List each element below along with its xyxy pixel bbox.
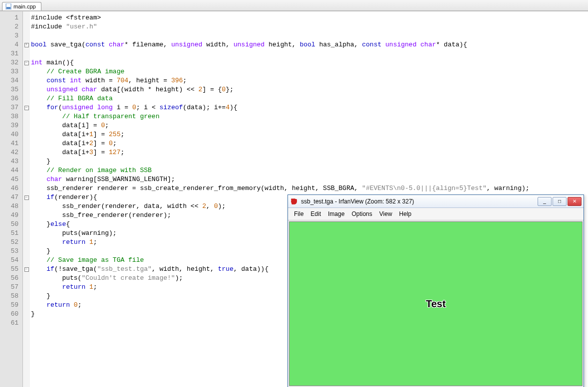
menu-edit[interactable]: Edit bbox=[307, 209, 324, 218]
line-number: 50 bbox=[0, 220, 18, 229]
line-number: 57 bbox=[0, 283, 18, 292]
line-number: 35 bbox=[0, 85, 18, 94]
line-number: 4 bbox=[0, 40, 18, 49]
irfanview-window: ssb_test.tga - IrfanView (Zoom: 582 x 32… bbox=[288, 194, 584, 387]
line-number: 61 bbox=[0, 319, 18, 328]
line-number: 39 bbox=[0, 121, 18, 130]
code-line[interactable]: int main(){ bbox=[31, 58, 588, 67]
line-number: 47 bbox=[0, 193, 18, 202]
code-line[interactable]: // Render on image with SSB bbox=[31, 166, 588, 175]
code-line[interactable]: data[i+1] = 255; bbox=[31, 130, 588, 139]
svg-point-3 bbox=[291, 198, 293, 200]
window-title: ssb_test.tga - IrfanView (Zoom: 582 x 32… bbox=[301, 198, 538, 205]
fold-collapse-icon[interactable]: − bbox=[24, 61, 29, 65]
line-number: 54 bbox=[0, 256, 18, 265]
code-line[interactable]: #include <fstream> bbox=[31, 13, 588, 22]
code-line[interactable]: } bbox=[31, 157, 588, 166]
menu-options[interactable]: Options bbox=[348, 209, 375, 218]
code-line[interactable]: const int width = 704, height = 396; bbox=[31, 76, 588, 85]
window-buttons: _ □ ✕ bbox=[538, 197, 582, 206]
code-line[interactable]: // Fill BGRA data bbox=[31, 94, 588, 103]
code-line[interactable]: data[i] = 0; bbox=[31, 121, 588, 130]
code-line[interactable]: data[i+2] = 0; bbox=[31, 139, 588, 148]
code-line[interactable]: unsigned char data[(width * height) << 2… bbox=[31, 85, 588, 94]
fold-collapse-icon[interactable]: − bbox=[24, 106, 29, 110]
code-line[interactable] bbox=[31, 31, 588, 40]
line-number: 1 bbox=[0, 13, 18, 22]
line-number: 53 bbox=[0, 247, 18, 256]
line-number: 36 bbox=[0, 94, 18, 103]
code-line[interactable]: // Create BGRA image bbox=[31, 67, 588, 76]
line-number: 55 bbox=[0, 265, 18, 274]
menu-image[interactable]: Image bbox=[325, 209, 347, 218]
line-number: 32 bbox=[0, 58, 18, 67]
line-number-gutter: 1234313233343536373839404142434445464748… bbox=[0, 11, 23, 387]
file-tab[interactable]: main.cpp bbox=[2, 2, 41, 10]
menu-bar: File Edit Image Options View Help bbox=[288, 208, 584, 220]
line-number: 59 bbox=[0, 301, 18, 310]
menu-help[interactable]: Help bbox=[396, 209, 415, 218]
line-number: 48 bbox=[0, 202, 18, 211]
code-line[interactable] bbox=[31, 49, 588, 58]
line-number: 49 bbox=[0, 211, 18, 220]
line-number: 46 bbox=[0, 184, 18, 193]
menu-view[interactable]: View bbox=[376, 209, 395, 218]
fold-column: +−−−− bbox=[23, 11, 30, 387]
code-line[interactable]: bool save_tga(const char* filename, unsi… bbox=[31, 40, 588, 49]
file-tab-label: main.cpp bbox=[13, 3, 36, 9]
code-line[interactable]: // Half transparent green bbox=[31, 112, 588, 121]
line-number: 45 bbox=[0, 175, 18, 184]
line-number: 41 bbox=[0, 139, 18, 148]
close-button[interactable]: ✕ bbox=[568, 197, 582, 206]
code-line[interactable]: for(unsigned long i = 0; i < sizeof(data… bbox=[31, 103, 588, 112]
svg-point-4 bbox=[295, 199, 297, 201]
line-number: 42 bbox=[0, 148, 18, 157]
tab-bar: main.cpp bbox=[0, 0, 588, 11]
fold-collapse-icon[interactable]: − bbox=[24, 195, 29, 200]
line-number: 2 bbox=[0, 22, 18, 31]
menu-file[interactable]: File bbox=[291, 209, 306, 218]
fold-expand-icon[interactable]: + bbox=[24, 43, 29, 47]
line-number: 33 bbox=[0, 67, 18, 76]
line-number: 37 bbox=[0, 103, 18, 112]
line-number: 38 bbox=[0, 112, 18, 121]
image-viewport[interactable]: Test bbox=[289, 221, 583, 386]
minimize-button[interactable]: _ bbox=[538, 197, 552, 206]
svg-point-5 bbox=[292, 202, 294, 204]
line-number: 31 bbox=[0, 49, 18, 58]
code-line[interactable]: char warning[SSB_WARNING_LENGTH]; bbox=[31, 175, 588, 184]
irfanview-icon bbox=[290, 197, 298, 205]
line-number: 40 bbox=[0, 130, 18, 139]
line-number: 56 bbox=[0, 274, 18, 283]
line-number: 3 bbox=[0, 31, 18, 40]
line-number: 44 bbox=[0, 166, 18, 175]
rendered-text: Test bbox=[426, 298, 446, 310]
code-line[interactable]: #include "user.h" bbox=[31, 22, 588, 31]
line-number: 51 bbox=[0, 229, 18, 238]
line-number: 58 bbox=[0, 292, 18, 301]
window-titlebar[interactable]: ssb_test.tga - IrfanView (Zoom: 582 x 32… bbox=[288, 195, 584, 208]
code-line[interactable]: data[i+3] = 127; bbox=[31, 148, 588, 157]
fold-collapse-icon[interactable]: − bbox=[24, 267, 29, 272]
svg-rect-1 bbox=[6, 7, 10, 9]
code-line[interactable]: ssb_renderer renderer = ssb_create_rende… bbox=[31, 184, 588, 193]
cpp-file-icon bbox=[5, 3, 11, 9]
line-number: 52 bbox=[0, 238, 18, 247]
line-number: 43 bbox=[0, 157, 18, 166]
line-number: 34 bbox=[0, 76, 18, 85]
line-number: 60 bbox=[0, 310, 18, 319]
maximize-button[interactable]: □ bbox=[553, 197, 567, 206]
